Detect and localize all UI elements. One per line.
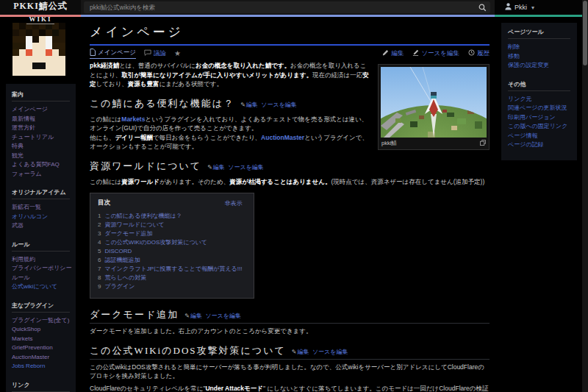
sidebar-item-weapons[interactable]: 武器 bbox=[12, 221, 70, 231]
scrollbar-thumb[interactable] bbox=[583, 1, 587, 65]
clock-icon bbox=[468, 49, 475, 57]
search-input[interactable] bbox=[84, 4, 474, 11]
section-edit-link[interactable]: 編集 bbox=[213, 164, 225, 171]
watch-star-icon[interactable]: ★ bbox=[174, 49, 181, 57]
user-avatar-icon bbox=[505, 3, 512, 12]
tab-main-page[interactable]: メインページ bbox=[90, 49, 136, 59]
site-logo-line2: WIKI bbox=[26, 15, 54, 24]
section-heading-dark-mode: ダークモード追加✎編集 ソースを編集 bbox=[90, 308, 490, 324]
sidebar-item-griefprevention[interactable]: GriefPrevention bbox=[12, 343, 70, 353]
scrollbar[interactable] bbox=[582, 0, 588, 392]
sidebar-heading: リンク bbox=[12, 381, 70, 392]
tool-printable-version[interactable]: 印刷用バージョン bbox=[508, 113, 570, 123]
page-icon bbox=[90, 49, 96, 57]
section-edit-link[interactable]: 編集 bbox=[246, 101, 258, 108]
sidebar-item-privacy[interactable]: プライバシーポリシー bbox=[12, 264, 70, 274]
sidebar-item-about-wiki[interactable]: 公式wikiについて bbox=[12, 282, 70, 292]
tool-delete[interactable]: 削除 bbox=[508, 43, 570, 52]
sidebar-item-rules[interactable]: ルール bbox=[12, 274, 70, 283]
thumbnail-figure: pkki鯖 bbox=[378, 64, 490, 150]
auctionmaster-link[interactable]: AuctionMaster bbox=[261, 134, 304, 141]
tab-discussion[interactable]: 議論 bbox=[144, 49, 166, 58]
minecraft-screenshot[interactable] bbox=[381, 67, 487, 138]
sidebar-item-news[interactable]: 最新情報 bbox=[12, 115, 70, 124]
section-edit-source-link[interactable]: ソースを編集 bbox=[261, 101, 297, 108]
toc-link-auth[interactable]: 認証機能追加 bbox=[104, 257, 140, 263]
accent-strip-blue bbox=[81, 15, 495, 17]
section-edit-link[interactable]: 編集 bbox=[297, 349, 309, 355]
sidebar-item-main-page[interactable]: メインページ bbox=[12, 105, 70, 115]
toc-link-features[interactable]: この鯖にある便利な機能は？ bbox=[104, 213, 182, 219]
other-tools-group: その他 リンク元 関連ページの更新状況 印刷用バージョン この版への固定リンク … bbox=[508, 80, 570, 150]
edit-button[interactable]: 編集 bbox=[382, 49, 404, 58]
toc-link-plugins[interactable]: プラグイン bbox=[104, 283, 135, 290]
sidebar-item-orichalcum[interactable]: オリハルコン bbox=[12, 213, 70, 222]
toc-link-discord[interactable]: DISCORD bbox=[104, 248, 132, 254]
sidebar-item-auctionmaster[interactable]: AuctionMaster bbox=[12, 353, 70, 363]
toc-title: 目次 bbox=[98, 199, 110, 207]
section-edit-link[interactable]: 編集 bbox=[190, 313, 202, 319]
sidebar-item-forum[interactable]: フォーラム bbox=[12, 170, 70, 179]
edit-source-button[interactable]: ソースを編集 bbox=[412, 49, 459, 58]
sidebar-group-rules: ルール 利用規約 プライバシーポリシー ルール 公式wikiについて bbox=[12, 240, 70, 292]
markets-link[interactable]: Markets bbox=[121, 115, 145, 123]
toc-hide-link[interactable]: 非表示 bbox=[224, 199, 242, 207]
tab-discussion-label: 議論 bbox=[154, 49, 166, 58]
sidebar-item-faq[interactable]: よくある質問FAQ bbox=[12, 160, 70, 170]
page-tools-heading: ページツール bbox=[508, 28, 570, 39]
tool-page-info[interactable]: ページ情報 bbox=[508, 132, 570, 141]
chevron-down-icon: ▾ bbox=[531, 4, 534, 11]
sidebar-item-terms[interactable]: 利用規約 bbox=[12, 255, 70, 265]
toc-link-dark-mode[interactable]: ダークモード追加 bbox=[104, 230, 152, 237]
sidebar-group-plugins: 主なプラグイン プラグイン一覧(全て) QuickShop Markets Gr… bbox=[12, 302, 70, 371]
search-box[interactable] bbox=[84, 1, 490, 13]
thumbnail-caption: pkki鯖 bbox=[381, 140, 397, 147]
sidebar-item-policy[interactable]: 運営方針 bbox=[12, 124, 70, 133]
toc-link-resource-world[interactable]: 資源ワールドについて bbox=[104, 221, 164, 228]
toc-link-griefing[interactable]: 荒らしへの対策 bbox=[104, 274, 146, 281]
sidebar-item-sightseeing[interactable]: 観光 bbox=[12, 152, 70, 161]
thumbnail-caption-row: pkki鯖 bbox=[381, 138, 487, 147]
page-tools-sidebar: ページツール 削除 移動 保護の設定変更 その他 リンク元 関連ページの更新状況… bbox=[501, 23, 577, 160]
expand-icon[interactable] bbox=[480, 140, 486, 147]
sidebar-item-plugin-list[interactable]: プラグイン一覧(全て) bbox=[12, 316, 70, 326]
pencil-square-icon bbox=[412, 49, 419, 57]
sidebar-heading: ルール bbox=[12, 240, 70, 252]
pencil-icon: ✎ bbox=[184, 313, 190, 319]
tool-protection[interactable]: 保護の設定変更 bbox=[508, 61, 570, 71]
toc-link-vote[interactable]: マインクラフトJPに投票することで報酬が貰える!!! bbox=[104, 266, 242, 272]
tool-permanent-link[interactable]: この版への固定リンク bbox=[508, 122, 570, 132]
site-logo-line1: PKKI鯖公式 bbox=[0, 1, 81, 11]
site-logo[interactable]: PKKI鯖公式 WIKI bbox=[0, 1, 81, 24]
sidebar-item-benefits[interactable]: 特典 bbox=[12, 142, 70, 152]
history-button[interactable]: 履歴 bbox=[468, 49, 490, 58]
sidebar-group-guide: 案内 メインページ 最新情報 運営方針 チュートリアル 特典 観光 よくある質問… bbox=[12, 90, 70, 179]
sidebar-item-quickshop[interactable]: QuickShop bbox=[12, 325, 70, 335]
toc-item: 1この鯖にある便利な機能は？ bbox=[98, 212, 242, 221]
tool-related-changes[interactable]: 関連ページの更新状況 bbox=[508, 104, 570, 113]
sidebar-item-new-ores[interactable]: 新鉱石一覧 bbox=[12, 203, 70, 213]
section-edit-source-link[interactable]: ソースを編集 bbox=[312, 349, 348, 355]
dos-paragraph-2: CloudFlareのセキュリティレベルを常に"Under Attackモード"… bbox=[90, 384, 490, 392]
page-title: メインページ bbox=[90, 24, 490, 46]
search-icon[interactable] bbox=[474, 1, 490, 13]
sidebar-item-jobs-reborn[interactable]: Jobs Reborn bbox=[12, 362, 70, 371]
user-menu[interactable]: Pkki ▾ bbox=[495, 0, 582, 15]
search-bar bbox=[81, 0, 495, 15]
tool-page-logs[interactable]: ページの記録 bbox=[508, 140, 570, 150]
sidebar-item-markets[interactable]: Markets bbox=[12, 335, 70, 344]
section-edit-source-link[interactable]: ソースを編集 bbox=[205, 313, 241, 319]
pencil-icon bbox=[382, 49, 389, 57]
toc-item: 2資源ワールドについて bbox=[98, 221, 242, 229]
left-sidebar: 案内 メインページ 最新情報 運営方針 チュートリアル 特典 観光 よくある質問… bbox=[0, 17, 81, 392]
tool-move[interactable]: 移動 bbox=[508, 52, 570, 62]
page-tab-bar: メインページ 議論 ★ 編集 bbox=[90, 49, 490, 58]
other-tools-heading: その他 bbox=[508, 80, 570, 91]
sidebar-item-tutorial[interactable]: チュートリアル bbox=[12, 133, 70, 143]
sidebar-group-original-items: オリジナルアイテム 新鉱石一覧 オリハルコン 武器 bbox=[12, 188, 70, 231]
toc-item: 9プラグイン bbox=[98, 282, 242, 291]
tool-what-links-here[interactable]: リンク元 bbox=[508, 95, 570, 104]
toc-item: 4この公式WIKiのDOS攻撃対策について bbox=[98, 238, 242, 247]
section-edit-source-link[interactable]: ソースを編集 bbox=[228, 164, 264, 171]
toc-link-dos[interactable]: この公式WIKiのDOS攻撃対策について bbox=[104, 239, 207, 246]
